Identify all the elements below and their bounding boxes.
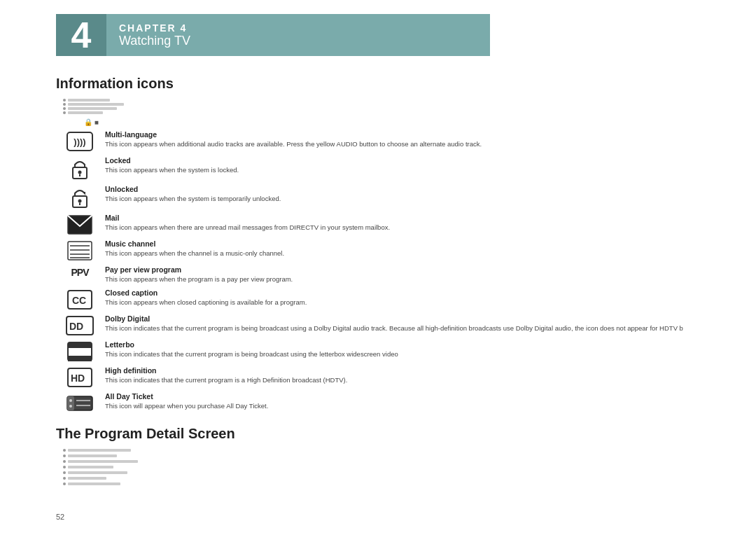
icon-list: )))) Multi-language This icon appears wh… [63,130,700,413]
locked-name: Locked [105,156,700,165]
music-icon [63,241,97,260]
decorative-image-2 [63,449,700,485]
svg-text:DD: DD [69,321,83,332]
unlocked-icon [63,186,97,209]
dolby-name: Dolby Digital [105,314,700,323]
chapter-subtitle: Watching TV [119,34,477,48]
svg-text:)))): )))) [74,137,85,147]
mail-name: Mail [105,214,700,222]
music-name: Music channel [105,239,700,248]
svg-point-6 [78,200,82,203]
cc-icon: CC [63,290,97,310]
all-day-ticket-desc: This icon will appear when you purchase … [105,401,700,410]
locked-icon [63,158,97,180]
locked-desc: This icon appears when the system is loc… [105,165,700,174]
icon-row-cc: CC Closed caption This icon appears when… [63,289,700,310]
all-day-ticket-name: All Day Ticket [105,392,700,401]
hd-text: High definition This icon indicates that… [105,366,700,384]
unlocked-desc: This icon appears when the system is tem… [105,194,700,203]
icon-row-music: Music channel This icon appears when the… [63,239,700,260]
dolby-icon: DD [63,316,97,335]
chapter-header: 4 CHAPTER 4 Watching TV [56,14,490,56]
music-desc: This icon appears when the channel is a … [105,249,700,258]
unlocked-name: Unlocked [105,185,700,193]
dolby-text: Dolby Digital This icon indicates that t… [105,314,700,333]
ppv-name: Pay per view program [105,265,700,274]
ppv-text: Pay per view program This icon appears w… [105,265,700,284]
svg-rect-9 [68,242,92,260]
mail-text: Mail This icon appears when there are un… [105,214,700,232]
hd-desc: This icon indicates that the current pro… [105,375,700,384]
letterbox-desc: This icon indicates that the current pro… [105,349,700,359]
svg-text:CC: CC [72,295,86,306]
hd-name: High definition [105,366,700,375]
svg-rect-24 [67,396,74,410]
svg-rect-19 [68,342,92,348]
letterbox-icon [63,342,97,361]
svg-point-26 [69,405,72,408]
letterbox-name: Letterbo [105,340,700,349]
multi-language-text: Multi-language This icon appears when ad… [105,130,700,148]
svg-text:HD: HD [71,373,85,384]
icon-row-locked: Locked This icon appears when the system… [63,156,700,180]
page: 4 CHAPTER 4 Watching TV Information icon… [0,0,756,535]
svg-point-25 [69,399,72,402]
icon-row-unlocked: Unlocked This icon appears when the syst… [63,185,700,209]
mail-desc: This icon appears when there are unread … [105,223,700,232]
icon-row-ppv: PPV Pay per view program This icon appea… [63,265,700,284]
unlocked-text: Unlocked This icon appears when the syst… [105,185,700,203]
cc-text: Closed caption This icon appears when cl… [105,289,700,307]
all-day-ticket-text: All Day Ticket This icon will appear whe… [105,392,700,410]
ppv-desc: This icon appears when the program is a … [105,275,700,284]
multi-language-desc: This icon appears when additional audio … [105,139,700,148]
letterbox-text: Letterbo This icon indicates that the cu… [105,340,700,359]
cc-desc: This icon appears when closed captioning… [105,298,700,307]
icon-row-letterbox: Letterbo This icon indicates that the cu… [63,340,700,361]
music-text: Music channel This icon appears when the… [105,239,700,258]
page-number: 52 [56,513,64,521]
all-day-ticket-icon [63,394,97,413]
section1-title: Information icons [56,76,700,92]
chapter-number: 4 [56,14,106,56]
icon-row-hd: HD High definition This icon indicates t… [63,366,700,387]
cc-name: Closed caption [105,289,700,297]
multi-language-name: Multi-language [105,130,700,139]
hd-icon: HD [63,368,97,387]
ppv-icon: PPV [63,267,97,278]
dolby-desc: This icon indicates that the current pro… [105,324,700,333]
svg-rect-20 [68,356,92,361]
icon-row-multi-language: )))) Multi-language This icon appears wh… [63,130,700,151]
chapter-label: CHAPTER 4 [119,22,477,34]
icon-row-dolby: DD Dolby Digital This icon indicates tha… [63,314,700,335]
icon-row-mail: Mail This icon appears when there are un… [63,214,700,235]
locked-text: Locked This icon appears when the system… [105,156,700,174]
decorative-image-1: 🔒 ■ [63,99,700,126]
chapter-title-box: CHAPTER 4 Watching TV [106,14,490,56]
svg-point-3 [78,171,82,174]
mail-icon [63,215,97,235]
section2-title: The Program Detail Screen [56,426,700,442]
icon-row-all-day-ticket: All Day Ticket This icon will appear whe… [63,392,700,413]
multi-language-icon: )))) [63,132,97,151]
